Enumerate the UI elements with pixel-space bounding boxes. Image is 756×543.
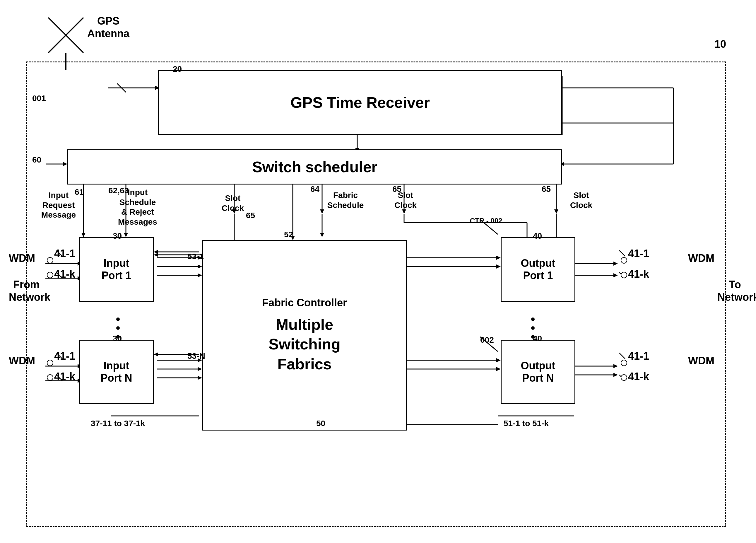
switching-fabrics-label: MultipleSwitchingFabrics [262, 315, 347, 374]
slot-clock-left-label: SlotClock [211, 193, 255, 213]
wdm-circle-op1-bottom [621, 272, 627, 278]
ref-40-op1: 40 [533, 231, 542, 241]
ref-41-k-ip1: 41-k [54, 268, 75, 280]
ref-65-right: 65 [542, 185, 551, 194]
ref-50: 50 [316, 419, 325, 428]
wdm-circle-ipN-top [47, 360, 53, 366]
ref-002: 002 [480, 335, 494, 345]
ref-40-opN: 40 [533, 334, 542, 343]
wdm-circle-opN-top [621, 360, 627, 366]
ref-52: 52 [284, 230, 293, 239]
ref-6263: 62,63 [108, 186, 129, 195]
ref-30-ipN: 30 [113, 334, 122, 343]
wdm-left-top: WDM [9, 252, 35, 264]
switch-scheduler-box: Switch scheduler [67, 149, 562, 185]
wdm-circle-ip1-bottom [47, 272, 53, 278]
fabric-schedule-label: FabricSchedule [316, 190, 375, 210]
output-port-N-box: OutputPort N [501, 340, 575, 404]
output-port-1-box: OutputPort 1 [501, 237, 575, 302]
ref-41-1-opN: 41-1 [628, 350, 649, 362]
input-port-N-box: InputPort N [79, 340, 154, 404]
svg-line-0 [48, 18, 83, 53]
input-port-1-box: InputPort 1 [79, 237, 154, 302]
gps-antenna-label: GPSAntenna [79, 15, 138, 40]
output-port-1-label: OutputPort 1 [521, 257, 555, 282]
to-network-label: ToNetwork [717, 278, 752, 303]
ref-41-1-ipN: 41-1 [54, 350, 75, 362]
ref-20: 20 [173, 64, 182, 74]
input-port-1-label: InputPort 1 [101, 257, 131, 282]
input-port-N-label: InputPort N [101, 360, 132, 384]
ref-65-left: 65 [246, 211, 255, 220]
from-network-label: FromNetwork [9, 278, 44, 303]
ref-41-k-op1: 41-k [628, 268, 649, 280]
output-port-N-label: OutputPort N [521, 360, 555, 384]
ref-61: 61 [75, 187, 84, 197]
wdm-left-bottom: WDM [9, 354, 35, 367]
slot-clock-right-label: SlotClock [559, 190, 603, 210]
svg-line-1 [48, 18, 83, 53]
ref-41-1-op1: 41-1 [628, 247, 649, 260]
ref-51: 51-1 to 51-k [504, 419, 549, 428]
ref-41-k-ipN: 41-k [54, 370, 75, 383]
ref-001: 001 [32, 94, 46, 103]
wdm-circle-op1-top [621, 257, 627, 264]
wdm-right-top: WDM [688, 252, 714, 264]
ref-65-mid: 65 [392, 185, 401, 194]
gps-time-receiver-label: GPS Time Receiver [290, 94, 430, 111]
slot-clock-mid-label: SlotClock [384, 190, 427, 210]
wdm-circle-ip1-top [47, 257, 53, 264]
ref-10: 10 [714, 38, 726, 50]
wdm-circle-ipN-bottom [47, 374, 53, 381]
wdm-right-bottom: WDM [688, 354, 714, 367]
wdm-circle-opN-bottom [621, 374, 627, 381]
ref-53-N: 53-N [187, 351, 205, 361]
input-request-label: InputRequestMessage [38, 190, 79, 220]
ref-37: 37-11 to 37-1k [91, 419, 145, 428]
fabric-controller-box: Fabric Controller MultipleSwitchingFabri… [202, 240, 407, 431]
ref-41-1-ip1: 41-1 [54, 247, 75, 260]
gps-time-receiver-box: GPS Time Receiver [158, 70, 562, 135]
ref-53-1: 53-1 [187, 252, 204, 261]
ref-41-k-opN: 41-k [628, 370, 649, 383]
ctr-002-label: CTR - 002 [457, 217, 515, 225]
ref-60: 60 [32, 155, 41, 165]
fabric-controller-label: Fabric Controller [262, 297, 347, 309]
switch-scheduler-label: Switch scheduler [252, 158, 377, 176]
ref-30-ip1: 30 [113, 231, 122, 241]
